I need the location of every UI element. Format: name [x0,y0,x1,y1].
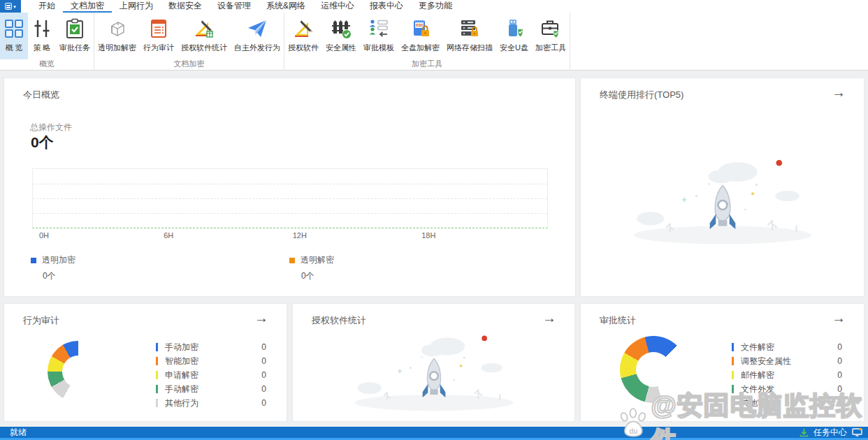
card-title: 授权软件统计 [312,314,366,327]
behavior-legend: 手动加密 0 智能加密 0 申请解密 0 手动解密 0 [156,340,266,410]
legend-row: 其他行为 0 [156,396,266,410]
ssd-lock-icon: SSD [410,16,431,41]
card-licensed-software-stats: 授权软件统计 → [292,303,575,422]
ribbon-button-label: 概 览 [5,43,22,53]
ribbon-button-encryption-tools[interactable]: 加密工具 [532,13,570,59]
ribbon-button-label: 审批任务 [59,43,90,53]
card-title: 今日概览 [23,89,59,101]
arrow-right-icon[interactable]: → [832,84,846,101]
legend-label: 文件外发 [741,383,774,395]
ribbon-group-encryption-tools: 授权软件 安全属性 审批模板 SSD [284,13,570,70]
x-tick: 12H [293,231,307,240]
legend-color-swatch [156,357,158,365]
legend-color-swatch [156,343,158,351]
legend-row: 文件外发 0 [732,382,842,396]
legend-color-swatch [156,385,158,393]
menu-tab-start[interactable]: 开始 [31,0,63,13]
arrow-right-icon[interactable]: → [254,309,268,326]
app-menu-button[interactable]: ▾ [0,0,21,13]
ribbon-button-overview[interactable]: 概 览 [0,13,28,59]
ribbon-button-transparent-encryption[interactable]: 透明加解密 [94,13,140,59]
ribbon-group-overview: 概 览 策 略 审批任务 概览 [0,13,94,70]
arrow-right-icon[interactable]: → [542,309,556,326]
x-axis-labels: 0H 6H 12H 18H [32,231,548,241]
ribbon-button-label: 授权软件统计 [181,43,227,53]
ribbon-button-security-attributes[interactable]: 安全属性 [322,13,360,59]
ribbon-button-label: 行为审计 [143,43,174,53]
card-behavior-audit: 行为审计 → 手动加密 0 智能加密 0 申请解密 [3,303,287,422]
paper-plane-icon [247,16,268,41]
server-lock-icon [459,16,480,41]
legend-row: 申请解密 0 [156,368,266,382]
ribbon-button-behavior-audit[interactable]: 行为审计 [140,13,178,59]
ribbon-button-licensed-software[interactable]: 授权软件 [284,13,322,59]
legend-color-swatch [156,399,158,407]
ribbon-button-label: 安全U盘 [500,43,528,53]
legend-label: 其他审批 [741,397,774,409]
document-audit-icon [148,16,169,41]
legend-label: 其他行为 [165,397,198,409]
legend-value: 0 [837,356,842,366]
menu-tab-report-center[interactable]: 报表中心 [362,0,411,13]
briefcase-shield-icon [540,16,561,41]
donut-hole [636,352,671,387]
fence-check-icon [331,16,352,41]
x-tick: 0H [39,231,49,240]
ribbon-button-fulldisk-encryption[interactable]: SSD 全盘加解密 [398,13,443,59]
cube-icon [107,16,128,41]
menu-tab-web-behavior[interactable]: 上网行为 [112,0,161,13]
menu-tab-ops-center[interactable]: 运维中心 [313,0,362,13]
legend-color-swatch [31,258,36,263]
chevron-down-icon: ▾ [13,4,16,9]
legend-value: 0个 [301,270,443,282]
ribbon-button-policy[interactable]: 策 略 [28,13,56,59]
people-list-icon [368,16,389,41]
legend-value: 0 [837,342,842,352]
ribbon-button-self-outgoing[interactable]: 自主外发行为 [231,13,284,59]
legend-color-swatch [732,343,734,351]
legend-value: 0 [261,398,266,408]
monitor-icon[interactable] [852,428,862,437]
legend-row: 其他审批 0 [732,396,842,410]
x-tick: 18H [421,231,435,240]
ribbon-group-label: 概览 [0,59,94,70]
approval-donut-chart [620,336,687,403]
task-center-label: 任务中心 [813,427,847,439]
ribbon-button-licensed-software-stats[interactable]: 授权软件统计 [178,13,231,59]
ribbon-button-approval-template[interactable]: 审批模板 [360,13,398,59]
legend-transparent-decrypt: 透明解密 0个 [289,254,443,282]
legend-color-swatch [289,258,295,263]
menu-tabs: 开始 文档加密 上网行为 数据安全 设备管理 系统&网络 运维中心 报表中心 更… [31,0,460,13]
ribbon-button-label: 加密工具 [535,43,566,53]
card-terminal-ranking: 终端使用排行(TOP5) → [580,78,865,297]
legend-row: 文件解密 0 [732,340,842,354]
card-today-overview: 今日概览 总操作文件 0个 0H 6H 12H 18H 透明加密 0个 [3,78,576,297]
menu-tab-data-security[interactable]: 数据安全 [161,0,210,13]
menu-tab-more[interactable]: 更多功能 [411,0,460,13]
window-icon [5,3,12,10]
status-bar: 就绪 任务中心 [0,427,868,440]
ribbon-button-label: 网络存储扫描 [447,43,493,53]
legend-label: 调整安全属性 [741,355,791,367]
ribbon-button-secure-usb[interactable]: 安全U盘 [496,13,532,59]
menu-tab-doc-encryption[interactable]: 文档加密 [63,0,112,13]
x-tick: 6H [164,231,173,240]
menu-tab-system-network[interactable]: 系统&网络 [259,0,313,13]
setsquare-pencil-icon [194,16,215,41]
arrow-right-icon[interactable]: → [832,309,846,326]
legend-value: 0 [261,356,266,366]
menu-bar: ▾ 开始 文档加密 上网行为 数据安全 设备管理 系统&网络 运维中心 报表中心… [0,0,868,13]
menu-tab-device-mgmt[interactable]: 设备管理 [210,0,259,13]
card-title: 审批统计 [600,314,636,327]
task-center-button[interactable]: 任务中心 [800,427,862,439]
ribbon-button-label: 透明加解密 [98,43,136,53]
legend-row: 手动解密 0 [156,382,266,396]
download-icon [800,428,809,437]
clipboard-check-icon [64,16,85,41]
ribbon: 概 览 策 略 审批任务 概览 [0,13,868,71]
legend-color-swatch [732,357,734,365]
ribbon-button-approval-tasks[interactable]: 审批任务 [56,13,94,59]
legend-label: 透明加密 [42,254,75,266]
ribbon-button-network-storage-scan[interactable]: 网络存储扫描 [443,13,496,59]
ribbon-button-label: 审批模板 [363,43,394,53]
